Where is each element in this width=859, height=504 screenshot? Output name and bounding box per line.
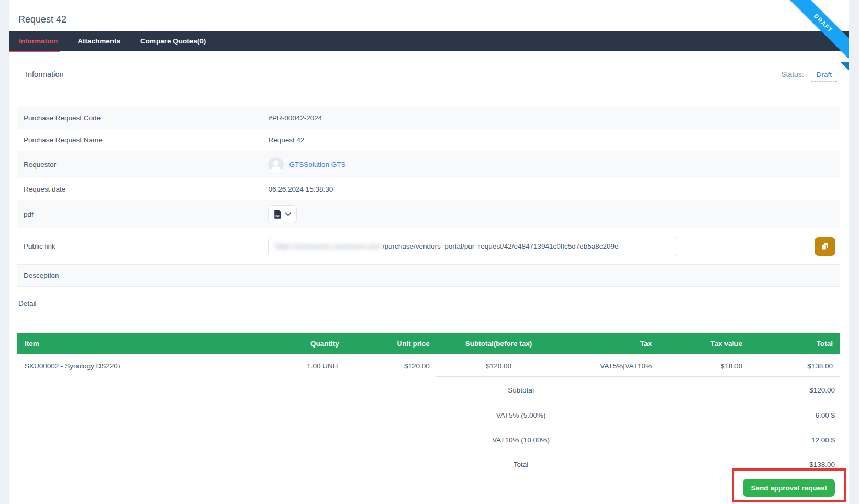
cell-total: $138.00 [750,354,840,376]
col-quantity: Quantity [223,333,347,354]
row-label: Requestor [17,161,268,169]
totals-summary: Subtotal $120.00 VAT5% (5.00%) 6.00 $ VA… [436,376,840,476]
summary-vat10-row: VAT10% (10.00%) 12.00 $ [436,427,840,453]
row-description: Desception [17,265,840,287]
chevron-down-icon [285,212,291,216]
tab-compare-quotes[interactable]: Compare Quotes(0) [130,31,216,51]
copy-icon [821,242,829,251]
row-label: Request date [17,185,268,193]
request-card: DRAFT Request 42 Information Attachments… [9,0,849,504]
row-label: pdf [17,210,268,218]
tab-bar: Information Attachments Compare Quotes(0… [9,31,849,51]
info-table: Purchase Request Code #PR-00042-2024 Pur… [17,107,840,287]
tab-attachments-label: Attachments [77,37,120,45]
section-heading: Information [18,70,64,79]
row-label: Purchase Request Name [17,136,268,144]
detail-table: Item Quantity Unit price Subtotal(before… [17,333,840,376]
summary-value: 6.00 $ [606,411,840,419]
summary-subtotal-row: Subtotal $120.00 [436,376,840,404]
col-unit-price: Unit price [347,333,437,354]
purchase-request-code-value: #PR-00042-2024 [268,114,322,122]
detail-heading: Detail [18,299,840,307]
table-row: SKU00002 - Synology DS220+ 1.00 UNIT $12… [17,354,840,376]
active-tab-underline [9,51,60,52]
tab-attachments[interactable]: Attachments [68,31,130,51]
row-purchase-request-code: Purchase Request Code #PR-00042-2024 [17,107,840,129]
cell-tax: VAT5%|VAT10% [561,354,660,376]
summary-label: Total [436,461,606,468]
public-link-visible: /purchase/vendors_portal/pur_request/42/… [383,242,619,250]
avatar [268,157,284,173]
summary-value: $120.00 [606,386,840,394]
row-purchase-request-name: Purchase Request Name Request 42 [17,129,840,151]
row-requestor: Requestor GTSSolution GTS [17,151,840,178]
tab-compare-quotes-label: Compare Quotes(0) [140,37,206,45]
row-label: Purchase Request Code [17,114,268,122]
tab-information[interactable]: Information [9,31,68,51]
cell-quantity: 1.00 UNIT [223,354,347,376]
summary-label: VAT5% (5.00%) [436,411,606,419]
summary-value: $138.00 [606,461,840,468]
requestor-link[interactable]: GTSSolution GTS [289,161,345,169]
draft-ribbon: DRAFT [770,0,849,79]
information-panel: Information Status: Draft Purchase Reque… [9,70,849,504]
summary-label: VAT10% (10.00%) [436,436,606,444]
cell-subtotal: $120.00 [437,354,561,376]
col-item: Item [17,333,223,354]
col-tax: Tax [561,333,660,354]
row-request-date: Request date 06.26.2024 15:38:30 [17,178,840,200]
row-pdf: pdf PDF [17,200,840,228]
tab-information-label: Information [19,37,58,45]
summary-label: Subtotal [436,386,606,394]
pdf-download-dropdown-button[interactable]: PDF [268,205,297,223]
row-public-link: Public link https://xxxxxxxxxx.xxxxxxxxx… [17,228,840,265]
cell-unit-price: $120.00 [347,354,437,376]
draft-ribbon-label: DRAFT [781,0,849,65]
cell-item: SKU00002 - Synology DS220+ [17,354,223,376]
summary-vat5-row: VAT5% (5.00%) 6.00 $ [436,404,840,427]
row-label: Public link [17,242,268,250]
action-area: Send approval request [17,476,840,504]
ribbon-fold [840,62,849,70]
col-tax-value: Tax value [659,333,750,354]
row-label: Desception [17,272,268,279]
summary-value: 12.00 $ [606,436,840,444]
purchase-request-name-value: Request 42 [268,136,304,144]
page-title: Request 42 [9,0,849,31]
cell-tax-value: $18.00 [659,354,750,376]
detail-table-header-row: Item Quantity Unit price Subtotal(before… [17,333,840,354]
send-approval-request-button[interactable]: Send approval request [743,479,835,497]
copy-link-button[interactable] [815,237,835,256]
col-total: Total [750,333,840,354]
public-link-redacted: https://xxxxxxxxxx.xxxxxxxxx.xxxx [275,242,381,250]
pdf-file-icon: PDF [274,210,282,219]
request-date-value: 06.26.2024 15:38:30 [268,185,333,193]
col-subtotal-before-tax: Subtotal(before tax) [437,333,561,354]
public-link-input[interactable]: https://xxxxxxxxxx.xxxxxxxxx.xxxx/purcha… [268,237,677,256]
svg-text:PDF: PDF [275,214,280,217]
